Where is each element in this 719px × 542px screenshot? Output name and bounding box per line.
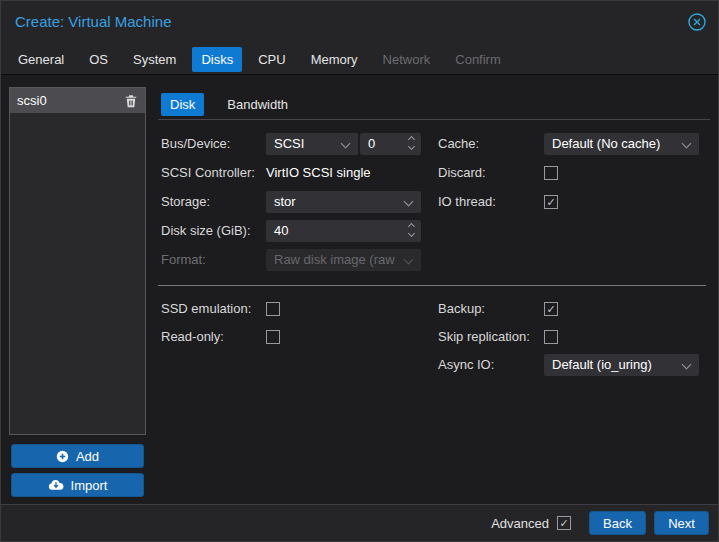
tab-general[interactable]: General: [9, 47, 73, 72]
chevron-down-icon: [682, 139, 692, 149]
footer-bar: Advanced Back Next: [1, 504, 718, 541]
tab-network: Network: [374, 47, 440, 72]
advanced-checkbox[interactable]: [557, 516, 571, 530]
ssd-emulation-label: SSD emulation:: [161, 298, 251, 320]
read-only-checkbox[interactable]: [266, 330, 280, 344]
skip-replication-label: Skip replication:: [438, 326, 530, 348]
scsi-controller-label: SCSI Controller:: [161, 162, 255, 184]
next-button[interactable]: Next: [654, 511, 709, 535]
trash-icon[interactable]: [124, 94, 138, 108]
tab-system[interactable]: System: [124, 47, 185, 72]
disks-tab-content: scsi0 Add Im: [1, 74, 718, 506]
skip-replication-checkbox[interactable]: [544, 330, 558, 344]
cache-label: Cache:: [438, 133, 479, 155]
backup-checkbox[interactable]: [544, 302, 558, 316]
scsi-controller-value: VirtIO SCSI single: [266, 162, 371, 184]
import-cloud-icon: [48, 479, 64, 491]
storage-select[interactable]: stor: [266, 191, 421, 213]
ssd-emulation-checkbox[interactable]: [266, 302, 280, 316]
back-button[interactable]: Back: [589, 511, 646, 535]
discard-label: Discard:: [438, 162, 486, 184]
spinner-arrows-icon[interactable]: [409, 224, 414, 236]
tab-memory[interactable]: Memory: [302, 47, 367, 72]
discard-checkbox[interactable]: [544, 166, 558, 180]
disk-subtabs: Disk Bandwidth: [161, 92, 297, 117]
tab-os[interactable]: OS: [80, 47, 117, 72]
cache-select[interactable]: Default (No cache): [544, 133, 699, 155]
import-button-label: Import: [71, 478, 108, 493]
create-vm-dialog: Create: Virtual Machine General OS Syste…: [0, 0, 719, 542]
read-only-label: Read-only:: [161, 326, 224, 348]
chevron-down-icon: [341, 139, 351, 149]
async-io-select[interactable]: Default (io_uring): [544, 354, 699, 376]
advanced-label: Advanced: [491, 516, 549, 531]
disk-size-stepper[interactable]: 40: [266, 220, 421, 242]
subtab-separator: [158, 119, 710, 120]
tab-confirm: Confirm: [446, 47, 510, 72]
tab-cpu[interactable]: CPU: [249, 47, 294, 72]
add-button[interactable]: Add: [11, 444, 144, 468]
disk-item-label: scsi0: [17, 93, 124, 108]
io-thread-checkbox[interactable]: [544, 195, 558, 209]
import-button[interactable]: Import: [11, 473, 144, 497]
wizard-tabbar: General OS System Disks CPU Memory Netwo…: [9, 46, 510, 72]
chevron-down-icon: [682, 360, 692, 370]
chevron-down-icon: [404, 197, 414, 207]
async-io-label: Async IO:: [438, 354, 494, 376]
bus-select[interactable]: SCSI: [266, 133, 358, 155]
close-icon[interactable]: [687, 12, 707, 32]
device-number-stepper[interactable]: 0: [360, 133, 421, 155]
add-button-label: Add: [76, 449, 99, 464]
io-thread-label: IO thread:: [438, 191, 496, 213]
disk-size-label: Disk size (GiB):: [161, 220, 251, 242]
tab-disks[interactable]: Disks: [192, 47, 242, 72]
format-select: Raw disk image (raw: [266, 249, 421, 271]
backup-label: Backup:: [438, 298, 485, 320]
add-icon: [56, 450, 69, 463]
subtab-disk[interactable]: Disk: [161, 93, 204, 116]
disk-list-item-scsi0[interactable]: scsi0: [10, 88, 145, 113]
chevron-down-icon: [404, 255, 414, 265]
storage-label: Storage:: [161, 191, 210, 213]
disk-list-panel: scsi0: [9, 87, 146, 435]
subtab-bandwidth[interactable]: Bandwidth: [218, 93, 297, 116]
format-label: Format:: [161, 249, 206, 271]
titlebar: Create: Virtual Machine: [1, 1, 718, 43]
dialog-title: Create: Virtual Machine: [15, 13, 171, 30]
spinner-arrows-icon[interactable]: [409, 137, 414, 149]
form-separator: [158, 285, 706, 286]
bus-device-label: Bus/Device:: [161, 133, 230, 155]
